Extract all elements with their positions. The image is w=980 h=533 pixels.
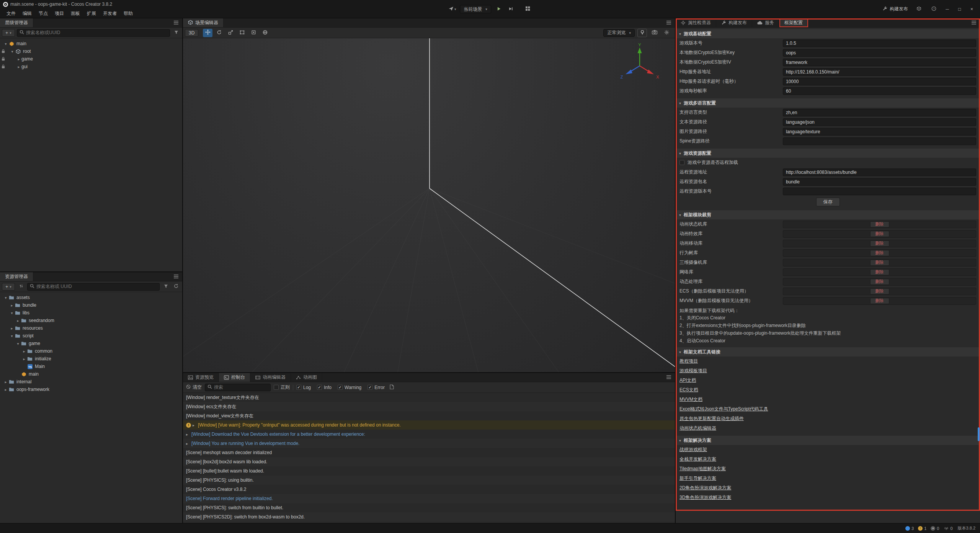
menu-item[interactable]: 帮助 [120, 10, 136, 17]
tree-row[interactable]: ▸bundle [0, 301, 182, 309]
section-header[interactable]: ▾框架模块裁剪 [676, 210, 980, 219]
property-input[interactable] [783, 59, 976, 66]
lighting-toggle-button[interactable] [637, 29, 647, 37]
maximize-button[interactable]: □ [957, 7, 962, 12]
delete-module-button[interactable]: 删除 [870, 269, 889, 275]
panel-menu-button[interactable] [170, 272, 182, 281]
property-input[interactable] [783, 39, 976, 47]
delete-module-button[interactable]: 删除 [870, 260, 889, 266]
inspector-tab[interactable]: 服务 [752, 18, 779, 27]
delete-module-button[interactable]: 删除 [870, 221, 889, 227]
property-input[interactable] [783, 68, 976, 76]
preview-target-button[interactable]: ▾ [448, 5, 456, 13]
log-row[interactable]: ▸[Window] You are running Vue in develop… [183, 439, 675, 448]
expand-caret-icon[interactable]: ▸ [186, 441, 191, 446]
doc-link[interactable]: ECS文档 [679, 385, 698, 395]
log-row[interactable]: [Scene] meshopt wasm decoder initialized [183, 448, 675, 457]
tree-row[interactable]: ▸internal [0, 378, 182, 386]
tree-row[interactable]: ▸initialize [0, 355, 182, 363]
tree-row[interactable]: ▾root [0, 47, 182, 55]
tree-row[interactable]: ▸gui [0, 63, 182, 70]
menu-item[interactable]: 开发者 [100, 10, 120, 17]
doc-link[interactable]: Excel格式转Json文件与TypeScript代码工具 [679, 404, 768, 414]
doc-link[interactable]: 游戏模板项目 [679, 366, 707, 376]
delete-module-button[interactable]: 删除 [870, 250, 889, 256]
property-input[interactable] [783, 178, 976, 186]
collapse-caret-icon[interactable]: ▾ [9, 311, 15, 315]
doc-link[interactable]: API文档 [679, 376, 696, 385]
close-button[interactable]: × [969, 7, 975, 12]
expand-caret-icon[interactable]: ▸ [186, 432, 191, 437]
collapse-caret-icon[interactable]: ▾ [10, 49, 15, 54]
property-input[interactable] [783, 109, 976, 116]
property-input[interactable] [783, 188, 976, 195]
build-publish-button[interactable]: 构建发布 [882, 6, 908, 12]
tab-hierarchy[interactable]: 层级管理器 [0, 18, 33, 27]
view-mode-select[interactable]: 正常浏览▾ [603, 29, 635, 37]
orientation-gizmo[interactable]: Y X Z [617, 43, 663, 89]
expand-caret-icon[interactable]: ▸ [193, 423, 198, 427]
status-warn-badge[interactable]: !1 [918, 526, 926, 531]
clear-console-button[interactable]: 清空 [186, 384, 202, 391]
step-button[interactable] [506, 5, 515, 13]
delete-module-button[interactable]: 删除 [870, 240, 889, 247]
delete-module-button[interactable]: 删除 [870, 298, 889, 304]
tree-row[interactable]: ▸common [0, 347, 182, 355]
expand-caret-icon[interactable]: ▸ [15, 319, 21, 323]
help-button[interactable]: ? [929, 5, 938, 13]
menu-item[interactable]: 编辑 [19, 10, 35, 17]
scene-select[interactable]: 当前场景▾ [460, 5, 491, 13]
package-button[interactable] [915, 5, 923, 13]
doc-link[interactable]: 2D角色扮演游戏解决方案 [679, 483, 731, 493]
status-info-badge[interactable]: 3 [905, 526, 914, 531]
assets-refresh-button[interactable] [172, 283, 180, 291]
expand-caret-icon[interactable]: ▸ [3, 387, 8, 392]
expand-caret-icon[interactable]: ▸ [9, 326, 15, 330]
section-header[interactable]: ▾游戏基础配置 [676, 29, 980, 38]
expand-caret-icon[interactable]: ▸ [16, 65, 21, 69]
log-row[interactable]: !▸[Window] [Vue warn]: Property "onInput… [183, 420, 675, 430]
expand-caret-icon[interactable]: ▸ [3, 380, 8, 384]
property-input[interactable] [783, 49, 976, 57]
status-error-badge[interactable]: ×0 [931, 526, 939, 531]
log-row[interactable]: [Window] ecs文件夹存在 [183, 402, 675, 411]
log-row[interactable]: [Scene] [box2d]:box2d wasm lib loaded. [183, 457, 675, 466]
property-input[interactable] [783, 78, 976, 85]
property-input[interactable] [783, 87, 976, 95]
regex-toggle[interactable]: 正则 [274, 384, 290, 391]
console-tab[interactable]: 动画编辑器 [250, 373, 291, 382]
menu-item[interactable]: 面板 [67, 10, 83, 17]
collapse-caret-icon[interactable]: ▾ [3, 42, 8, 46]
panel-menu-button[interactable] [968, 18, 980, 27]
property-input[interactable] [783, 128, 976, 136]
tab-scene-editor[interactable]: 场景编辑器 [183, 18, 224, 27]
scene-settings-button[interactable] [662, 29, 671, 37]
menu-item[interactable]: 扩展 [83, 10, 100, 17]
log-row[interactable]: [Scene] Forward render pipeline initiali… [183, 494, 675, 503]
assets-sort-button[interactable] [17, 283, 25, 291]
create-node-button[interactable]: +▾ [2, 29, 15, 37]
log-row[interactable]: [Window] render_texture文件夹存在 [183, 393, 675, 402]
layout-button[interactable] [524, 5, 532, 13]
network-status[interactable]: 0 [944, 526, 952, 531]
tree-row[interactable]: ▾game [0, 340, 182, 347]
tree-row[interactable]: TSMain [0, 363, 182, 370]
filter-toggle[interactable]: Warning [338, 385, 361, 390]
property-input[interactable] [783, 137, 976, 145]
doc-link[interactable]: MVVM文档 [679, 395, 702, 404]
filter-toggle[interactable]: Log [296, 385, 311, 390]
pivot-toggle-button[interactable] [249, 29, 258, 37]
tree-row[interactable]: ▾main [0, 40, 182, 47]
play-button[interactable] [495, 5, 503, 13]
camera-settings-button[interactable] [650, 29, 659, 37]
log-row[interactable]: [Scene] [PHYSICS]: using builtin. [183, 476, 675, 485]
delete-module-button[interactable]: 删除 [870, 279, 889, 285]
remote-load-checkbox[interactable] [679, 160, 684, 165]
doc-link[interactable]: 全栈开发解决方案 [679, 455, 716, 464]
menu-item[interactable]: 文件 [3, 10, 19, 17]
menu-item[interactable]: 节点 [35, 10, 51, 17]
rotate-tool-button[interactable] [214, 29, 224, 37]
console-tab[interactable]: 资源预览 [183, 373, 219, 382]
section-header[interactable]: ▾游戏资源配置 [676, 149, 980, 158]
assets-search-input[interactable]: 搜索名称或 UUID [27, 283, 160, 291]
